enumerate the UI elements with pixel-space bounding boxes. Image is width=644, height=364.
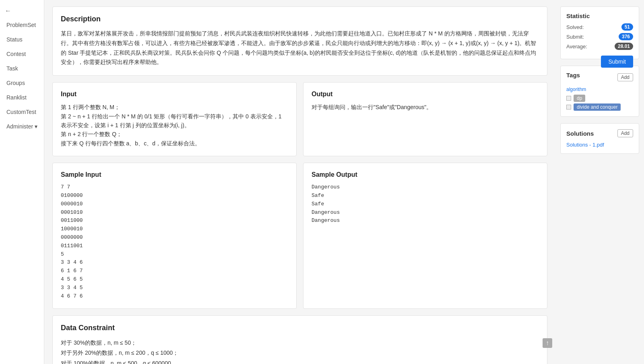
sample-row: Sample Input 7 7 0100000 0000010 0001010…: [52, 163, 547, 309]
data-constraint-title: Data Constraint: [61, 324, 539, 332]
solution-link[interactable]: Solutions - 1.pdf: [566, 142, 604, 148]
tags-header: Tags Add: [566, 72, 633, 83]
description-title: Description: [61, 15, 539, 23]
statistic-title: Statistic: [566, 12, 633, 19]
solutions-section: Solutions Add Solutions - 1.pdf: [560, 123, 639, 154]
submit-row: Submit: 376: [566, 33, 633, 40]
average-badge: 28.01: [615, 43, 633, 50]
sample-output-content: Dangerous Safe Safe Dangerous Dangerous: [312, 183, 539, 225]
solved-row: Solved: 51: [566, 23, 633, 31]
input-card: Input 第 1 行两个整数 N, M； 第 2 ~ n + 1 行给出一个 …: [52, 82, 297, 156]
average-row: Average: 28.01: [566, 43, 633, 50]
sample-input-card: Sample Input 7 7 0100000 0000010 0001010…: [52, 163, 297, 309]
tag-item-dp: dp: [566, 95, 633, 102]
description-card: Description 某日，敌军对某村落展开攻击，所幸我情报部门提前预知了消息…: [52, 6, 547, 76]
solutions-title: Solutions: [566, 130, 594, 137]
back-button[interactable]: ←: [0, 4, 44, 18]
submit-label: Submit:: [566, 34, 584, 40]
main-content: Description 某日，敌军对某村落展开攻击，所幸我情报部门提前预知了消息…: [44, 0, 555, 364]
output-card: Output 对于每组询问，输出一行"Safe"或"Dangerous"。: [303, 82, 547, 156]
tag-item-dc: divide and conquer: [566, 103, 633, 111]
sidebar-item-task[interactable]: Task: [0, 61, 44, 76]
sidebar-item-problemset[interactable]: ProblemSet: [0, 18, 44, 32]
scroll-up-button[interactable]: ↑: [543, 338, 552, 348]
solved-badge: 51: [621, 23, 633, 31]
sample-input-content: 7 7 0100000 0000010 0001010 0011000 1000…: [61, 183, 288, 300]
tag-dp: dp: [574, 95, 585, 102]
tag-checkbox-dc[interactable]: [566, 105, 571, 110]
solutions-header: Solutions Add: [566, 129, 633, 137]
submit-button[interactable]: Submit: [601, 56, 633, 68]
data-constraint-content: 对于 30%的数据，n, m ≤ 50； 对于另外 20%的数据，n, m ≤ …: [61, 338, 539, 364]
tag-list: dp divide and conquer: [566, 95, 633, 111]
input-content: 第 1 行两个整数 N, M； 第 2 ~ n + 1 行给出一个 N * M …: [61, 103, 288, 148]
tags-title: Tags: [566, 72, 580, 79]
output-title: Output: [312, 91, 539, 98]
tags-section: Tags Add algorithm dp divide and conquer: [560, 66, 639, 117]
sample-output-title: Sample Output: [312, 171, 539, 178]
statistic-section: Statistic Solved: 51 Submit: 376 Average…: [560, 6, 639, 59]
input-output-row: Input 第 1 行两个整数 N, M； 第 2 ~ n + 1 行给出一个 …: [52, 82, 547, 156]
right-panel: Statistic Solved: 51 Submit: 376 Average…: [555, 0, 644, 364]
description-text: 某日，敌军对某村落展开攻击，所幸我情报部门提前预知了消息，村民兵武装连夜组织村民…: [61, 29, 539, 67]
sample-input-title: Sample Input: [61, 171, 288, 178]
sidebar-item-contest[interactable]: Contest: [0, 47, 44, 61]
submit-badge: 376: [619, 33, 633, 40]
output-content: 对于每组询问，输出一行"Safe"或"Dangerous"。: [312, 103, 539, 112]
sidebar-item-administer[interactable]: Administer ▾: [0, 119, 44, 134]
sidebar-item-status[interactable]: Status: [0, 32, 44, 47]
algorithm-label: algorithm: [566, 87, 633, 92]
tag-dc: divide and conquer: [574, 103, 621, 111]
tags-add-button[interactable]: Add: [617, 73, 633, 81]
sidebar: ← ProblemSet Status Contest Task Groups …: [0, 0, 44, 364]
solved-label: Solved:: [566, 24, 584, 30]
sidebar-item-ranklist[interactable]: Ranklist: [0, 90, 44, 105]
sidebar-item-customtest[interactable]: CustomTest: [0, 105, 44, 119]
average-label: Average:: [566, 43, 587, 50]
sidebar-item-groups[interactable]: Groups: [0, 76, 44, 90]
data-constraint-card: Data Constraint 对于 30%的数据，n, m ≤ 50； 对于另…: [52, 315, 547, 364]
tag-checkbox-dp[interactable]: [566, 96, 571, 101]
input-title: Input: [61, 91, 288, 98]
solutions-add-button[interactable]: Add: [617, 129, 633, 137]
sample-output-card: Sample Output Dangerous Safe Safe Danger…: [303, 163, 547, 309]
